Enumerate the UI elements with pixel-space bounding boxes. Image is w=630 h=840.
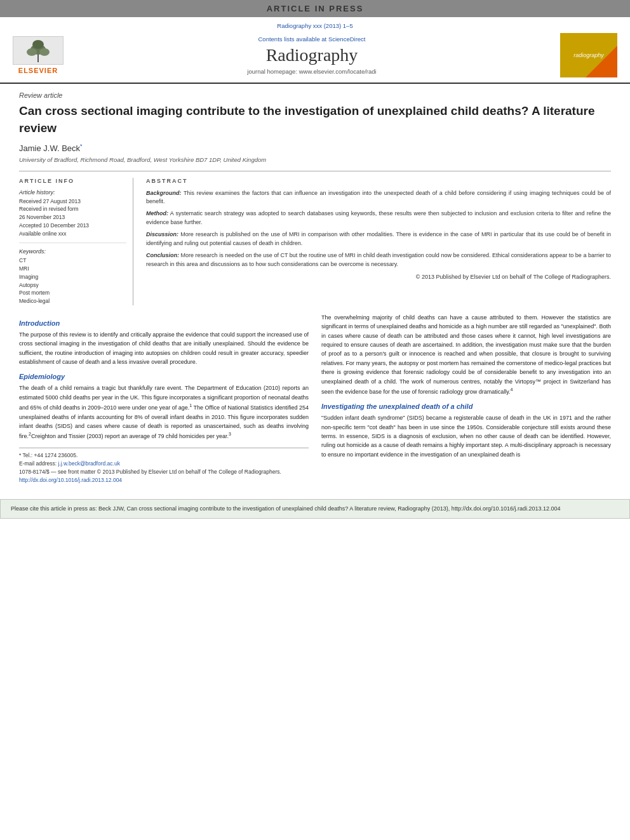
- article-title: Can cross sectional imaging contribute t…: [19, 103, 611, 137]
- keyword-ct: CT: [19, 257, 126, 265]
- conclusion-label: Conclusion:: [146, 252, 179, 258]
- sciencedirect-link: Contents lists available at ScienceDirec…: [64, 36, 560, 43]
- elsevier-tree-logo: [13, 36, 64, 65]
- abstract-discussion: Discussion: More research is published o…: [146, 230, 611, 248]
- article-info-abstract: ARTICLE INFO Article history: Received 2…: [19, 171, 611, 305]
- footnote-tel: * Tel.: +44 1274 236005.: [19, 452, 309, 458]
- sup-1: 1: [189, 403, 192, 408]
- epidemiology-text: The death of a child remains a tragic bu…: [19, 383, 309, 441]
- abstract-heading: ABSTRACT: [146, 178, 611, 184]
- keyword-imaging: Imaging: [19, 273, 126, 281]
- footnotes: * Tel.: +44 1274 236005. E-mail address:…: [19, 448, 309, 483]
- citation-text: Please cite this article in press as: Be…: [11, 505, 561, 512]
- article-info-heading: ARTICLE INFO: [19, 178, 126, 184]
- right-para1: The overwhelming majority of child death…: [321, 313, 611, 397]
- copyright: © 2013 Published by Elsevier Ltd on beha…: [146, 273, 611, 282]
- abstract-col: ABSTRACT Background: This review examine…: [146, 178, 611, 305]
- article-history: Article history: Received 27 August 2013…: [19, 189, 126, 244]
- method-label: Method:: [146, 210, 168, 217]
- doi-link[interactable]: http://dx.doi.org/10.1016/j.radi.2013.12…: [19, 477, 122, 483]
- body-columns: Introduction The purpose of this review …: [19, 313, 611, 485]
- svg-point-3: [39, 48, 50, 56]
- author-sup: *: [80, 143, 83, 149]
- keyword-mri: MRI: [19, 265, 126, 273]
- intro-text: The purpose of this review is to identif…: [19, 330, 309, 367]
- journal-homepage: journal homepage: www.elsevier.com/locat…: [64, 68, 560, 75]
- discussion-text: More research is published on the use of…: [146, 231, 611, 246]
- author-name: Jamie J.W. Beck*: [19, 143, 611, 153]
- discussion-label: Discussion:: [146, 231, 178, 237]
- radiography-logo-text: radiography: [573, 52, 604, 58]
- sciencedirect-label: Contents lists available at: [258, 36, 327, 43]
- journal-header: Radiography xxx (2013) 1–5 ELSEVIER: [0, 17, 630, 84]
- svg-point-2: [27, 48, 37, 56]
- elsevier-brand: ELSEVIER: [18, 67, 58, 74]
- sup-2: 2: [29, 432, 31, 436]
- abstract-method: Method: A systematic search strategy was…: [146, 210, 611, 227]
- revised-date: 26 November 2013: [19, 213, 126, 222]
- keyword-medicolegal: Medico-legal: [19, 297, 126, 305]
- journal-center: Contents lists available at ScienceDirec…: [64, 36, 560, 75]
- intro-heading: Introduction: [19, 319, 309, 327]
- abstract-text: Background: This review examines the fac…: [146, 189, 611, 282]
- banner-text: ARTICLE IN PRESS: [267, 4, 364, 13]
- elsevier-logo-area: ELSEVIER: [13, 36, 64, 74]
- article-type-label: Review article: [19, 91, 611, 99]
- keywords-label: Keywords:: [19, 248, 126, 255]
- page: ARTICLE IN PRESS Radiography xxx (2013) …: [0, 0, 630, 840]
- received-date: Received 27 August 2013: [19, 197, 126, 206]
- article-content: Review article Can cross sectional imagi…: [0, 84, 630, 493]
- article-in-press-banner: ARTICLE IN PRESS: [0, 0, 630, 17]
- footnote-email: E-mail address: j.j.w.beck@bradford.ac.u…: [19, 460, 309, 467]
- svg-point-4: [32, 40, 44, 49]
- keywords-group: Keywords: CT MRI Imaging Autopsy Post mo…: [19, 248, 126, 305]
- available-online: Available online xxx: [19, 230, 126, 238]
- sup-4: 4: [511, 387, 513, 392]
- history-label: Article history:: [19, 189, 126, 196]
- footnote-doi-link: http://dx.doi.org/10.1016/j.radi.2013.12…: [19, 477, 309, 483]
- accepted-date: Accepted 10 December 2013: [19, 222, 126, 230]
- footnote-doi-text: 1078-8174/$ — see front matter © 2013 Pu…: [19, 469, 309, 475]
- affiliation: University of Bradford, Richmond Road, B…: [19, 156, 611, 163]
- bottom-citation-bar: Please cite this article in press as: Be…: [0, 499, 630, 519]
- body-text: Introduction The purpose of this review …: [19, 313, 611, 485]
- right-para2: "Sudden infant death syndrome" (SIDS) be…: [321, 413, 611, 459]
- keyword-autopsy: Autopsy: [19, 281, 126, 290]
- abstract-conclusion: Conclusion: More research is needed on t…: [146, 251, 611, 269]
- sciencedirect-name: ScienceDirect: [328, 36, 366, 43]
- background-label: Background:: [146, 190, 182, 196]
- radiography-logo: radiography: [560, 33, 617, 77]
- journal-reference: Radiography xxx (2013) 1–5: [13, 22, 617, 29]
- radiography-logo-triangle: [586, 46, 617, 77]
- footnote-email-label: E-mail address:: [19, 460, 57, 467]
- email-link[interactable]: j.j.w.beck@bradford.ac.uk: [58, 460, 119, 467]
- abstract-background: Background: This review examines the fac…: [146, 189, 611, 207]
- body-left-col: Introduction The purpose of this review …: [19, 313, 309, 485]
- conclusion-text: More research is needed on the use of CT…: [146, 252, 611, 267]
- revised-label: Received in revised form: [19, 205, 126, 213]
- epidemiology-heading: Epidemiology: [19, 373, 309, 380]
- investigating-heading: Investigating the unexplained death of a…: [321, 403, 611, 410]
- sup-3: 3: [229, 432, 231, 436]
- method-text: A systematic search strategy was adopted…: [146, 210, 611, 225]
- background-text: This review examines the factors that ca…: [146, 190, 611, 205]
- journal-title: Radiography: [64, 45, 560, 65]
- keyword-postmortem: Post mortem: [19, 289, 126, 297]
- body-right-col: The overwhelming majority of child death…: [321, 313, 611, 485]
- article-info-col: ARTICLE INFO Article history: Received 2…: [19, 178, 133, 305]
- author-name-text: Jamie J.W. Beck: [19, 144, 80, 154]
